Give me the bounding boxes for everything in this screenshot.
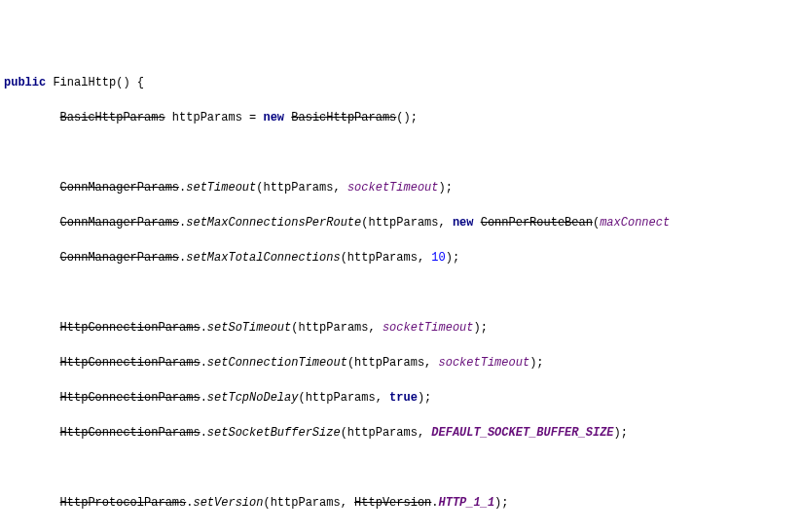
code-line-7[interactable] [4, 284, 798, 301]
class-deprecated: ConnManagerParams [60, 216, 179, 230]
indent [4, 111, 60, 124]
class-deprecated: HttpConnectionParams [60, 356, 200, 370]
text: (httpParams, [298, 391, 389, 405]
field: socketTimeout [439, 356, 530, 370]
number: 10 [431, 251, 445, 265]
code-line-10[interactable]: HttpConnectionParams.setTcpNoDelay(httpP… [4, 389, 798, 407]
method-call: setSocketBufferSize [207, 426, 341, 440]
type-deprecated: BasicHttpParams [291, 111, 396, 124]
constant: HTTP_1_1 [439, 496, 495, 510]
text: ); [418, 391, 431, 405]
code-line-8[interactable]: HttpConnectionParams.setSoTimeout(httpPa… [4, 319, 798, 337]
method-call: setVersion [193, 496, 263, 510]
class-deprecated: ConnManagerParams [60, 251, 179, 265]
indent [4, 426, 60, 440]
dot: . [431, 496, 438, 510]
class-deprecated: HttpConnectionParams [60, 391, 200, 405]
indent [4, 496, 60, 510]
class-deprecated: HttpProtocolParams [60, 496, 187, 510]
class-deprecated: ConnManagerParams [60, 181, 179, 195]
keyword: true [389, 391, 418, 405]
keyword-public: public [4, 76, 46, 89]
text: (httpParams, [341, 251, 432, 265]
text: (httpParams, [256, 181, 347, 195]
method-call: setConnectionTimeout [207, 356, 347, 370]
text: ); [494, 496, 508, 510]
code-line-1[interactable]: public FinalHttp() { [4, 74, 798, 91]
method-call: setMaxTotalConnections [186, 251, 340, 265]
indent [4, 356, 60, 370]
code-line-12[interactable] [4, 459, 798, 477]
indent [4, 251, 60, 265]
code-line-6[interactable]: ConnManagerParams.setMaxTotalConnections… [4, 249, 798, 266]
text: (httpParams, [361, 216, 453, 230]
keyword: new [453, 216, 474, 230]
constant: DEFAULT_SOCKET_BUFFER_SIZE [431, 426, 613, 440]
text: (httpParams, [291, 321, 383, 335]
keyword: new [263, 111, 284, 124]
text: (httpParams, [263, 496, 354, 510]
field: maxConnect [600, 216, 670, 230]
code-line-9[interactable]: HttpConnectionParams.setConnectionTimeou… [4, 354, 798, 372]
class-deprecated: HttpConnectionParams [60, 426, 200, 440]
text: ); [446, 251, 459, 265]
text: ); [614, 426, 628, 440]
text [474, 216, 481, 230]
code-line-11[interactable]: HttpConnectionParams.setSocketBufferSize… [4, 424, 798, 442]
indent [4, 181, 60, 195]
method-call: setTcpNoDelay [207, 391, 299, 405]
method-call: setSoTimeout [207, 321, 291, 335]
class-deprecated: HttpVersion [354, 496, 431, 510]
text: (httpParams, [341, 426, 432, 440]
dot: . [200, 356, 207, 370]
code-line-13[interactable]: HttpProtocolParams.setVersion(httpParams… [4, 494, 798, 512]
text: ); [529, 356, 543, 370]
text: (httpParams, [347, 356, 439, 370]
text: ); [474, 321, 488, 335]
method-call: setMaxConnectionsPerRoute [186, 216, 361, 230]
code-line-5[interactable]: ConnManagerParams.setMaxConnectionsPerRo… [4, 214, 798, 231]
indent [4, 321, 60, 335]
class-deprecated: HttpConnectionParams [60, 321, 200, 335]
code-line-4[interactable]: ConnManagerParams.setTimeout(httpParams,… [4, 179, 798, 196]
indent [4, 391, 60, 405]
text: ); [439, 181, 453, 195]
method-call: setTimeout [186, 181, 256, 195]
code-line-3[interactable] [4, 144, 798, 161]
indent [4, 216, 60, 230]
dot: . [200, 426, 207, 440]
dot: . [200, 391, 207, 405]
type-deprecated: BasicHttpParams [60, 111, 165, 124]
class-deprecated: ConnPerRouteBean [481, 216, 593, 230]
code-line-2[interactable]: BasicHttpParams httpParams = new BasicHt… [4, 109, 798, 126]
field: socketTimeout [383, 321, 474, 335]
field: socketTimeout [347, 181, 439, 195]
text: () { [116, 76, 144, 89]
text: (); [396, 111, 418, 124]
method-name: FinalHttp [53, 76, 116, 89]
var: httpParams = [172, 111, 264, 124]
dot: . [200, 321, 207, 335]
